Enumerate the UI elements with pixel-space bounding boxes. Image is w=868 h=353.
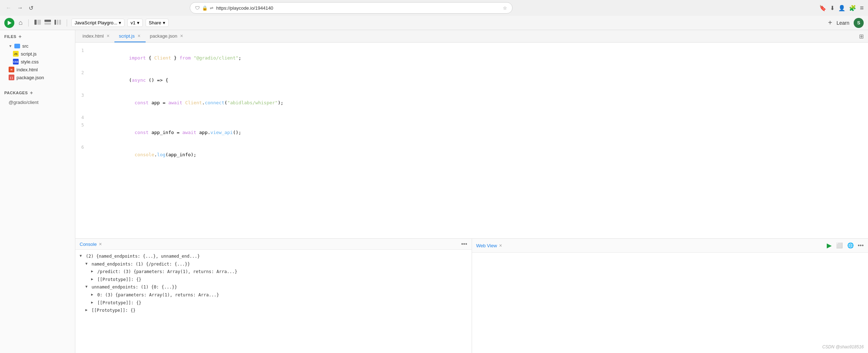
code-line-2: 2 (async () => { (75, 69, 868, 91)
extensions-icon[interactable]: 🧩 (849, 5, 856, 11)
line-content-3: const app = await Client.connect("abidla… (90, 92, 868, 114)
tab-label-package: package.json (150, 33, 178, 39)
webview-panel: Web View × ▶ ⬜ 🌐 ••• (472, 239, 868, 353)
file-tree: ▼ src JS script.js CSS style.css H ind (4, 42, 71, 84)
console-panel: Console × ••• ▼ (2) {named_endpoints: {.… (75, 239, 472, 353)
svg-rect-5 (55, 20, 56, 25)
code-line-4: 4 (75, 114, 868, 121)
refresh-webview-button[interactable]: ⬜ (835, 242, 844, 249)
add-file-button[interactable]: + (19, 34, 22, 39)
run-button[interactable]: ▶ (826, 241, 832, 250)
add-button[interactable]: + (828, 19, 832, 27)
lock-icon: 🔒 (202, 5, 208, 11)
browser-actions: 🔖 ⬇ 👤 🧩 ≡ (819, 4, 864, 12)
files-section: FILES + ▼ src JS script.js CSS styl (0, 30, 75, 86)
webview-actions: ▶ ⬜ 🌐 ••• (826, 241, 864, 250)
close-tab-script[interactable]: × (137, 33, 141, 39)
sidebar: FILES + ▼ src JS script.js CSS styl (0, 30, 75, 353)
webview-content (472, 253, 868, 353)
sidebar-item-package-json[interactable]: { } package.json (4, 73, 71, 81)
forward-button[interactable]: → (16, 3, 24, 13)
line-number-5: 5 (75, 121, 90, 129)
globe-button[interactable]: 🌐 (846, 242, 855, 249)
package-gradio: @gradio/client (4, 99, 71, 106)
refresh-button[interactable]: ↺ (27, 3, 35, 13)
main-container: FILES + ▼ src JS script.js CSS styl (0, 30, 868, 353)
split-editor-button[interactable]: ⊞ (858, 32, 865, 41)
sidebar-item-style-css[interactable]: CSS style.css (4, 58, 71, 66)
project-name: JavaScript Playgro... (75, 20, 117, 25)
tab-label-index: index.html (82, 33, 104, 39)
back-button[interactable]: ← (4, 3, 13, 13)
svg-rect-1 (34, 20, 37, 25)
sidebar-item-script-js[interactable]: JS script.js (4, 50, 71, 58)
url-text: https://playcode.io/1944140 (216, 5, 500, 11)
editor-area: index.html × script.js × package.json × … (75, 30, 868, 353)
address-bar[interactable]: 🛡 🔒 ⇌ https://playcode.io/1944140 ☆ (190, 2, 513, 14)
share-dropdown[interactable]: Share ▾ (146, 19, 169, 27)
tab-package-json[interactable]: package.json × (146, 30, 188, 42)
svg-rect-2 (37, 20, 41, 25)
tab-script-js[interactable]: script.js × (114, 30, 145, 42)
files-header: FILES + (4, 34, 71, 39)
line-content-6: console.log(app_info); (90, 144, 868, 166)
close-console-button[interactable]: × (99, 241, 102, 247)
bookmark-icon[interactable]: 🔖 (819, 5, 826, 11)
user-avatar[interactable]: S (854, 18, 864, 28)
browser-menu-icon[interactable]: ≡ (860, 4, 864, 12)
version-label: v1 (131, 20, 136, 25)
code-editor-scroll[interactable]: 1 import { Client } from "@gradio/client… (75, 43, 868, 238)
json-icon: { } (9, 75, 14, 80)
svg-rect-6 (57, 20, 58, 25)
html-icon: H (9, 67, 14, 72)
webview-header: Web View × ▶ ⬜ 🌐 ••• (472, 239, 868, 253)
watermark: CSDN @shao918516 (822, 344, 864, 349)
close-tab-package[interactable]: × (179, 33, 184, 39)
sidebar-item-index-html[interactable]: H index.html (4, 66, 71, 73)
close-webview-button[interactable]: × (499, 243, 502, 248)
star-icon[interactable]: ☆ (503, 5, 507, 11)
address-icons: 🛡 🔒 ⇌ (195, 5, 213, 11)
svg-marker-0 (8, 20, 12, 25)
home-button[interactable]: ⌂ (17, 18, 24, 28)
line-content-5: const app_info = await app.view_api(); (90, 121, 868, 144)
sidebar-item-src[interactable]: ▼ src (4, 42, 71, 50)
file-name-script: script.js (21, 51, 37, 57)
css-icon: CSS (13, 59, 19, 65)
folder-name: src (22, 43, 28, 49)
layout-sidebar-button[interactable] (33, 18, 42, 27)
line-content-4 (90, 114, 868, 121)
layout-buttons (33, 18, 62, 27)
console-line-3: ▶ [[Prototype]]: {} (80, 276, 467, 284)
version-dropdown[interactable]: v1 ▾ (127, 19, 143, 27)
browser-chrome: ← → ↺ 🛡 🔒 ⇌ https://playcode.io/1944140 … (0, 0, 868, 16)
tab-label-script: script.js (119, 33, 135, 39)
webview-menu-button[interactable]: ••• (858, 242, 864, 249)
download-icon[interactable]: ⬇ (830, 5, 835, 11)
project-dropdown[interactable]: JavaScript Playgro... ▾ (71, 19, 124, 27)
file-name-package: package.json (16, 75, 44, 80)
svg-rect-7 (59, 20, 61, 25)
folder-icon (14, 44, 20, 48)
line-number-3: 3 (75, 92, 90, 99)
close-tab-index[interactable]: × (106, 33, 110, 39)
line-content-1: import { Client } from "@gradio/client"; (90, 47, 868, 69)
playcode-logo[interactable] (4, 18, 14, 28)
bottom-panels: Console × ••• ▼ (2) {named_endpoints: {.… (75, 238, 868, 353)
console-title: Console (80, 242, 97, 247)
layout-columns-button[interactable] (53, 18, 62, 27)
profile-icon[interactable]: 👤 (838, 5, 845, 11)
console-content[interactable]: ▼ (2) {named_endpoints: {...}, unnamed_e… (75, 250, 472, 353)
learn-button[interactable]: Learn (836, 20, 849, 26)
svg-rect-4 (44, 23, 51, 25)
file-name-index: index.html (16, 67, 38, 72)
console-line-1: ▼ named_endpoints: (1) {/predict: {...}} (80, 261, 467, 268)
separator (28, 19, 29, 27)
add-package-button[interactable]: + (30, 90, 33, 96)
code-editor: 1 import { Client } from "@gradio/client… (75, 43, 868, 171)
browser-nav: ← → ↺ 🛡 🔒 ⇌ https://playcode.io/1944140 … (0, 0, 868, 16)
console-menu-button[interactable]: ••• (461, 241, 467, 247)
code-line-5: 5 const app_info = await app.view_api(); (75, 121, 868, 144)
tab-index-html[interactable]: index.html × (78, 30, 114, 42)
layout-stacked-button[interactable] (43, 18, 52, 27)
